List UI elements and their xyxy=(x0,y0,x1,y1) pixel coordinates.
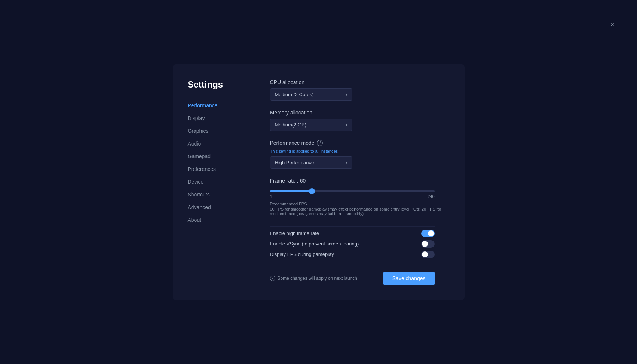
display-fps-toggle[interactable] xyxy=(421,251,435,258)
toggle-row-high-frame-rate: Enable high frame rate xyxy=(270,228,435,239)
sidebar-item-device[interactable]: Device xyxy=(188,177,248,188)
frame-rate-slider[interactable] xyxy=(270,190,435,192)
slider-min-label: 1 xyxy=(270,194,272,199)
sidebar-item-gamepad[interactable]: Gamepad xyxy=(188,151,248,162)
slider-max-label: 240 xyxy=(428,194,434,199)
frame-rate-section: Frame rate : 60 1 240 Recommended FPS 60… xyxy=(270,178,450,216)
sidebar-item-shortcuts[interactable]: Shortcuts xyxy=(188,189,248,201)
settings-title: Settings xyxy=(188,79,248,90)
cpu-allocation-label: CPU allocation xyxy=(270,79,450,85)
performance-mode-info-icon[interactable]: ? xyxy=(317,140,323,146)
footer-note: i Some changes will apply on next launch xyxy=(270,276,357,281)
memory-allocation-section: Memory allocation Low(1 GB) Medium(2 GB)… xyxy=(270,110,450,131)
main-content: CPU allocation Low (1 Core) Medium (2 Co… xyxy=(270,79,450,285)
fps-recommendation: Recommended FPS 60 FPS for smoother game… xyxy=(270,202,450,216)
sidebar-item-advanced[interactable]: Advanced xyxy=(188,202,248,213)
sidebar-item-preferences[interactable]: Preferences xyxy=(188,164,248,175)
high-frame-rate-label: Enable high frame rate xyxy=(270,230,319,236)
settings-panel: Settings Performance Display Graphics Au… xyxy=(173,64,465,300)
performance-mode-header: Performance mode ? xyxy=(270,140,450,146)
footer-info-icon: i xyxy=(270,276,275,281)
sidebar-item-about[interactable]: About xyxy=(188,215,248,226)
memory-allocation-select-wrapper: Low(1 GB) Medium(2 GB) High(4 GB) Ultra(… xyxy=(270,119,352,131)
display-fps-toggle-knob xyxy=(422,251,428,257)
cpu-allocation-select[interactable]: Low (1 Core) Medium (2 Cores) High (4 Co… xyxy=(270,88,352,101)
sidebar-item-audio[interactable]: Audio xyxy=(188,138,248,150)
display-fps-label: Display FPS during gameplay xyxy=(270,251,334,257)
slider-range: 1 240 xyxy=(270,194,435,199)
vsync-label: Enable VSync (to prevent screen tearing) xyxy=(270,241,359,247)
toggles-section: Enable high frame rate Enable VSync (to … xyxy=(270,225,450,260)
cpu-allocation-select-wrapper: Low (1 Core) Medium (2 Cores) High (4 Co… xyxy=(270,88,352,101)
nav-list: Performance Display Graphics Audio Gamep… xyxy=(188,100,248,226)
vsync-toggle-knob xyxy=(422,241,428,247)
sidebar-item-display[interactable]: Display xyxy=(188,113,248,124)
footer: i Some changes will apply on next launch… xyxy=(270,272,435,285)
sidebar-item-graphics[interactable]: Graphics xyxy=(188,126,248,137)
divider-1 xyxy=(270,226,435,227)
memory-allocation-label: Memory allocation xyxy=(270,110,450,116)
high-frame-rate-toggle-knob xyxy=(428,230,434,236)
toggle-row-display-fps: Display FPS during gameplay xyxy=(270,249,435,260)
memory-allocation-select[interactable]: Low(1 GB) Medium(2 GB) High(4 GB) Ultra(… xyxy=(270,119,352,131)
performance-mode-section: Performance mode ? This setting is appli… xyxy=(270,140,450,169)
save-changes-button[interactable]: Save changes xyxy=(383,272,435,285)
footer-note-text: Some changes will apply on next launch xyxy=(278,276,357,281)
sidebar-item-performance[interactable]: Performance xyxy=(188,100,248,111)
frame-rate-label: Frame rate : 60 xyxy=(270,178,450,184)
toggle-row-vsync: Enable VSync (to prevent screen tearing) xyxy=(270,239,435,249)
cpu-allocation-section: CPU allocation Low (1 Core) Medium (2 Co… xyxy=(270,79,450,101)
fps-rec-title: Recommended FPS xyxy=(270,202,450,206)
performance-mode-label: Performance mode xyxy=(270,140,315,146)
fps-rec-text: 60 FPS for smoother gameplay (may effect… xyxy=(270,207,450,216)
performance-mode-select-wrapper: Power Saving Balanced High Performance ▼ xyxy=(270,156,352,169)
sidebar: Settings Performance Display Graphics Au… xyxy=(188,79,248,285)
high-frame-rate-toggle[interactable] xyxy=(421,230,435,237)
performance-mode-select[interactable]: Power Saving Balanced High Performance xyxy=(270,156,352,169)
close-button[interactable]: × xyxy=(608,20,617,29)
performance-mode-sublabel: This setting is applied to all instances xyxy=(270,149,450,153)
vsync-toggle[interactable] xyxy=(421,240,435,248)
slider-container: 1 240 xyxy=(270,187,435,199)
